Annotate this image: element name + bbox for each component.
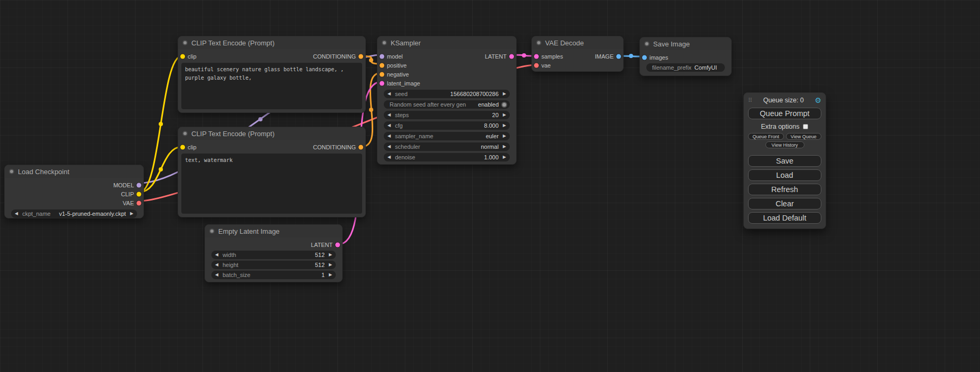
widget-batch-size[interactable]: ◀ batch_size 1 ▶ [211,271,336,279]
input-label-model: model [387,53,403,60]
widget-sampler-name[interactable]: ◀ sampler_name euler ▶ [384,132,510,140]
widget-ckpt-name[interactable]: ◀ ckpt_name v1-5-pruned-emaonly.ckpt ▶ [11,209,137,218]
drag-handle-icon[interactable]: ⠿ [748,97,752,104]
node-empty-latent-image[interactable]: Empty Latent Image LATENT ◀ width 512 ▶ … [205,224,343,282]
node-clip-text-encode-positive[interactable]: CLIP Text Encode (Prompt) clip CONDITION… [178,36,366,113]
next-value-icon[interactable]: ▶ [503,155,506,159]
widget-denoise[interactable]: ◀ denoise 1.000 ▶ [384,153,510,161]
prev-value-icon[interactable]: ◀ [387,123,391,128]
output-slot-conditioning[interactable] [358,145,363,149]
prev-value-icon[interactable]: ◀ [215,253,218,257]
collapse-dot-icon[interactable] [382,40,387,45]
collapse-dot-icon[interactable] [209,228,215,234]
next-value-icon[interactable]: ▶ [503,145,506,149]
prev-value-icon[interactable]: ◀ [387,92,391,96]
input-slot-model[interactable] [380,54,384,59]
node-titlebar[interactable]: CLIP Text Encode (Prompt) [178,36,365,49]
next-value-icon[interactable]: ▶ [503,123,506,128]
widget-height[interactable]: ◀ height 512 ▶ [211,261,336,269]
view-queue-button[interactable]: View Queue [786,133,822,140]
node-titlebar[interactable]: Load Checkpoint [5,165,143,178]
node-clip-text-encode-negative[interactable]: CLIP Text Encode (Prompt) clip CONDITION… [178,127,366,217]
comfy-menu-panel[interactable]: ⠿ Queue size: 0 ⚙ Queue Prompt Extra opt… [743,92,826,229]
refresh-button[interactable]: Refresh [748,184,821,195]
next-value-icon[interactable]: ▶ [503,92,506,96]
widget-label: cfg [395,122,403,129]
next-value-icon[interactable]: ▶ [503,113,506,117]
prev-value-icon[interactable]: ◀ [15,212,18,216]
node-title: Load Checkpoint [18,168,70,176]
input-slot-negative[interactable] [380,72,384,77]
view-history-button[interactable]: View History [765,141,804,148]
input-label-images: images [649,54,668,61]
collapse-dot-icon[interactable] [644,41,649,46]
negative-prompt-textarea[interactable]: text, watermark [181,154,362,214]
next-value-icon[interactable]: ▶ [329,263,332,267]
widget-scheduler[interactable]: ◀ scheduler normal ▶ [384,142,510,151]
collapse-dot-icon[interactable] [182,40,188,45]
link-midpoint-dot [629,54,633,58]
output-slot-latent[interactable] [509,54,514,59]
widget-steps[interactable]: ◀ steps 20 ▶ [384,111,510,119]
node-titlebar[interactable]: CLIP Text Encode (Prompt) [178,127,365,140]
prev-value-icon[interactable]: ◀ [387,145,391,149]
link-midpoint-dot [522,53,526,58]
toggle-knob-icon[interactable] [501,102,507,108]
widget-value: 1 [322,272,325,278]
load-button[interactable]: Load [748,169,821,181]
queue-prompt-button[interactable]: Queue Prompt [748,108,821,119]
widget-filename-prefix[interactable]: filename_prefix ComfyUI [646,63,725,72]
node-title: CLIP Text Encode (Prompt) [191,39,275,47]
widget-width[interactable]: ◀ width 512 ▶ [211,251,336,259]
node-titlebar[interactable]: VAE Decode [532,36,623,49]
settings-gear-icon[interactable]: ⚙ [814,96,821,104]
next-value-icon[interactable]: ▶ [130,212,133,216]
collapse-dot-icon[interactable] [536,40,541,45]
widget-seed[interactable]: ◀ seed 156680208700286 ▶ [384,90,510,98]
prev-value-icon[interactable]: ◀ [215,273,218,277]
node-load-checkpoint[interactable]: Load Checkpoint MODEL CLIP VAE ◀ ckpt_na… [4,165,144,218]
output-slot-conditioning[interactable] [358,54,363,59]
prev-value-icon[interactable]: ◀ [215,263,218,267]
queue-front-button[interactable]: Queue Front [748,133,784,140]
output-slot-clip[interactable] [137,192,141,196]
node-save-image[interactable]: Save Image images filename_prefix ComfyU… [639,37,732,76]
widget-control-after-generate[interactable]: Random seed after every gen enabled [384,100,510,109]
input-slot-positive[interactable] [380,63,384,68]
prev-value-icon[interactable]: ◀ [387,134,391,138]
prev-value-icon[interactable]: ◀ [387,155,391,159]
next-value-icon[interactable]: ▶ [329,273,332,277]
input-slot-vae[interactable] [534,63,539,68]
save-button[interactable]: Save [748,155,821,167]
extra-options-checkbox[interactable] [803,124,808,129]
prev-value-icon[interactable]: ◀ [387,113,391,117]
positive-prompt-textarea[interactable]: beautiful scenery nature glass bottle la… [181,63,362,109]
next-value-icon[interactable]: ▶ [503,134,506,138]
input-slot-clip[interactable] [180,145,185,149]
collapse-dot-icon[interactable] [9,169,14,174]
input-slot-images[interactable] [642,55,647,60]
output-slot-latent[interactable] [335,242,340,247]
node-titlebar[interactable]: Save Image [640,37,731,50]
node-title: Save Image [653,40,690,48]
node-title: CLIP Text Encode (Prompt) [191,130,275,138]
widget-cfg[interactable]: ◀ cfg 8.000 ▶ [384,121,510,130]
clear-button[interactable]: Clear [748,198,821,209]
output-label-latent: LATENT [311,242,333,248]
input-slot-clip[interactable] [180,54,185,59]
next-value-icon[interactable]: ▶ [329,253,332,257]
queue-size-label: Queue size: 0 [752,97,814,104]
node-vae-decode[interactable]: VAE Decode samples IMAGE vae [531,36,624,72]
widget-label: sampler_name [395,133,433,139]
node-titlebar[interactable]: Empty Latent Image [205,225,342,237]
output-slot-image[interactable] [616,54,621,59]
input-label-vae: vae [541,62,551,69]
load-default-button[interactable]: Load Default [748,212,821,224]
output-slot-model[interactable] [137,183,141,187]
collapse-dot-icon[interactable] [182,131,188,136]
node-ksampler[interactable]: KSampler model LATENT positive negative … [377,36,517,165]
input-slot-samples[interactable] [534,54,539,59]
output-slot-vae[interactable] [137,201,141,205]
input-slot-latent-image[interactable] [380,81,384,85]
node-titlebar[interactable]: KSampler [377,36,516,49]
